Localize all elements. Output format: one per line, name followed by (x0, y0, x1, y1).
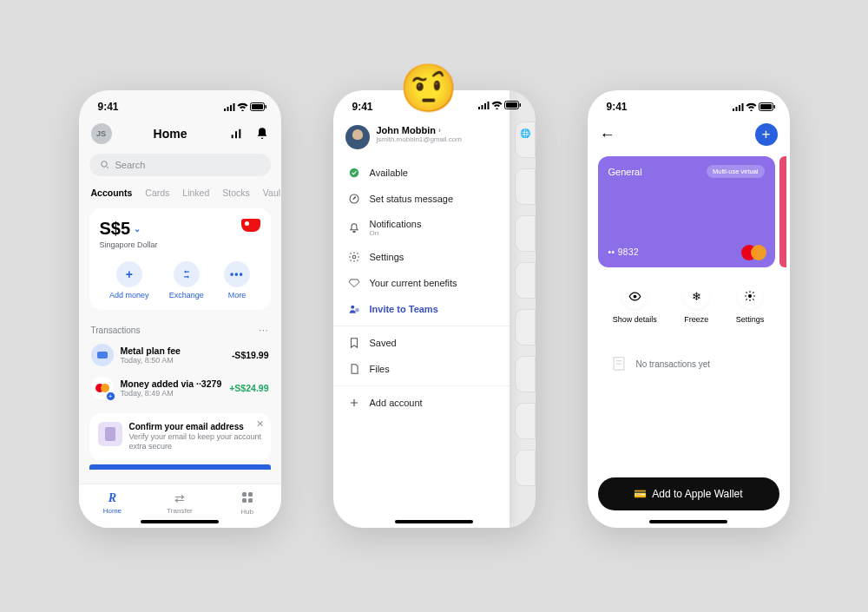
chart-icon[interactable] (229, 127, 243, 141)
balance-amount[interactable]: S$5 ⌄ (100, 219, 158, 239)
status-icons (477, 101, 522, 109)
status-time: 9:41 (607, 101, 628, 113)
mastercard-icon: + (91, 377, 114, 399)
edit-icon (347, 193, 361, 205)
cards-carousel[interactable]: General Multi-use virtual •• 9832 (588, 151, 790, 267)
bookmark-icon (347, 337, 361, 349)
svg-rect-5 (248, 492, 253, 497)
plus-icon: + (116, 261, 142, 287)
avatar[interactable]: JS (91, 123, 112, 144)
tab-stocks[interactable]: Stocks (222, 188, 250, 198)
more-icon[interactable]: ··· (259, 326, 268, 335)
menu-notifications[interactable]: NotificationsOn (333, 212, 510, 244)
transaction-row[interactable]: + Money added via ··3279 Today, 8:49 AM … (89, 372, 271, 405)
card-number: •• 9832 (608, 247, 640, 257)
svg-rect-1 (252, 104, 263, 109)
side-panel: 9:41 John Mobbin › jsmith.mobbin1@gmail.… (333, 90, 510, 528)
add-button[interactable]: + (755, 123, 778, 146)
confirm-email-banner[interactable]: Confirm your email address Verify your e… (89, 413, 271, 461)
chevron-down-icon: ⌄ (134, 224, 141, 234)
nav-home[interactable]: R Home (79, 491, 147, 516)
tab-cards[interactable]: Cards (145, 188, 169, 198)
diamond-icon (347, 277, 361, 289)
separator (333, 385, 510, 386)
tab-vaults[interactable]: Vaul (263, 188, 280, 198)
card-settings-button[interactable]: Settings (736, 283, 765, 324)
separator (333, 326, 510, 326)
add-money-button[interactable]: + Add money (109, 261, 149, 299)
menu-benefits[interactable]: Your current benefits (333, 270, 510, 296)
transaction-amount: -S$19.99 (232, 350, 269, 360)
menu-status[interactable]: Set status message (333, 186, 510, 212)
check-circle-icon (347, 167, 361, 179)
show-details-button[interactable]: Show details (613, 283, 657, 324)
svg-rect-18 (773, 105, 775, 109)
exchange-icon (174, 261, 200, 287)
card-name: General (608, 167, 642, 177)
freeze-button[interactable]: ❄ Freeze (683, 283, 709, 324)
gear-icon (737, 283, 763, 309)
no-transactions-card: No transactions yet (598, 341, 779, 386)
svg-rect-4 (242, 492, 247, 497)
tab-accounts[interactable]: Accounts (91, 188, 133, 198)
raised-eyebrow-emoji: 🤨 (399, 61, 457, 115)
menu-saved[interactable]: Saved (333, 330, 510, 356)
signal-icon (223, 102, 235, 111)
transactions-header: Transactions ··· (79, 317, 281, 339)
status-icons (732, 102, 776, 111)
nav-transfer[interactable]: ⇄ Transfer (146, 491, 214, 516)
credit-card[interactable]: General Multi-use virtual •• 9832 (598, 156, 775, 267)
mastercard-icon (741, 245, 766, 260)
screen-menu: 🌐 9:41 John Mobbin › jsmith.mobbin1@gmai… (333, 90, 536, 528)
svg-rect-14 (506, 102, 517, 108)
screen-home: 9:41 JS Home Search Accounts Cards Linke… (79, 90, 281, 528)
avatar (345, 125, 370, 149)
svg-point-20 (748, 294, 752, 298)
svg-rect-7 (248, 498, 253, 503)
menu-available[interactable]: Available (333, 160, 510, 186)
close-icon[interactable]: ✕ (256, 418, 264, 430)
bell-icon (347, 222, 361, 234)
globe-icon: 🌐 (520, 128, 530, 138)
more-button[interactable]: ••• More (224, 261, 250, 299)
add-to-wallet-button[interactable]: 💳 Add to Apple Wallet (598, 477, 779, 510)
screen-card-detail: 9:41 ← + General Multi-use virtual •• 98… (588, 90, 790, 528)
menu-invite[interactable]: Invite to Teams (333, 296, 510, 322)
nav-hub[interactable]: Hub (214, 491, 281, 516)
menu-add-account[interactable]: Add account (333, 390, 510, 416)
profile-row[interactable]: John Mobbin › jsmith.mobbin1@gmail.com (333, 118, 510, 158)
exchange-button[interactable]: Exchange (169, 261, 204, 299)
menu-files[interactable]: Files (333, 356, 510, 382)
status-icons (223, 102, 267, 111)
balance-currency: Singapore Dollar (100, 240, 158, 249)
transfer-icon: ⇄ (174, 491, 185, 505)
tab-linked[interactable]: Linked (182, 188, 209, 198)
search-icon (100, 160, 110, 170)
back-button[interactable]: ← (600, 126, 615, 144)
svg-rect-17 (760, 104, 772, 109)
transaction-row[interactable]: Metal plan fee Today, 8:50 AM -S$19.99 (89, 339, 271, 372)
svg-point-8 (349, 168, 358, 178)
snowflake-icon: ❄ (683, 283, 709, 309)
card-icon (91, 344, 114, 366)
file-icon (347, 363, 361, 375)
next-card-peek[interactable] (779, 156, 786, 267)
cta-bar[interactable] (89, 464, 271, 470)
profile-email: jsmith.mobbin1@gmail.com (377, 135, 462, 143)
plus-icon (347, 397, 361, 409)
eye-icon (621, 283, 648, 309)
transaction-amount: +S$24.99 (229, 383, 268, 393)
tabs: Accounts Cards Linked Stocks Vaul (79, 181, 281, 201)
profile-name: John Mobbin › (377, 125, 462, 135)
home-indicator (649, 520, 727, 523)
bell-icon[interactable] (255, 127, 269, 141)
people-add-icon (347, 303, 361, 315)
status-time: 9:41 (98, 101, 119, 113)
chevron-right-icon: › (438, 126, 441, 135)
search-input[interactable]: Search (89, 154, 271, 176)
wifi-icon (237, 102, 248, 111)
menu-settings[interactable]: Settings (333, 244, 510, 270)
envelope-icon (98, 422, 122, 446)
card-badge: Multi-use virtual (707, 165, 765, 178)
balance-card: S$5 ⌄ Singapore Dollar + Add money Excha… (89, 208, 271, 310)
